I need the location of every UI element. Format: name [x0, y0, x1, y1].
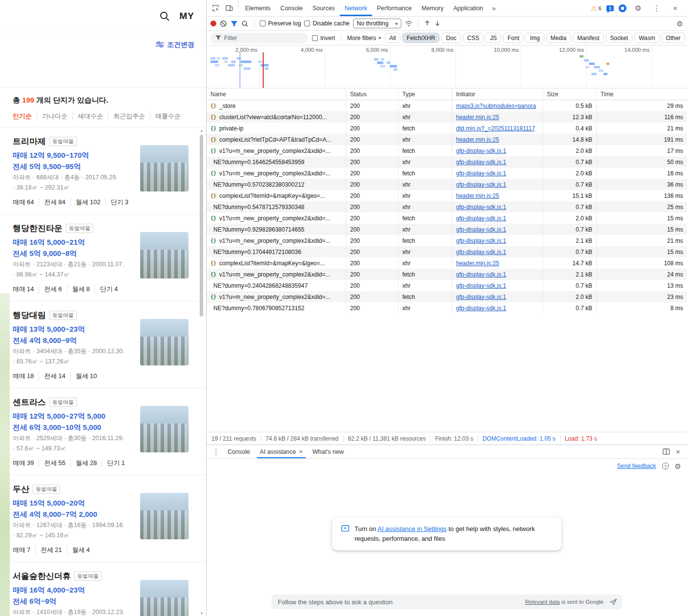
- column-header-time[interactable]: Time: [597, 88, 687, 100]
- request-initiator-link[interactable]: gfp-display-sdk.js:1: [456, 249, 506, 255]
- listing-badge[interactable]: 동별매물: [66, 224, 93, 233]
- export-har-icon[interactable]: [424, 20, 431, 27]
- network-request-row[interactable]: NE?dummy=0.170449172108036 200 xhr gfp-d…: [207, 246, 687, 257]
- settings-gear-icon[interactable]: ⚙: [631, 4, 645, 12]
- issues-icon[interactable]: 1: [606, 5, 614, 11]
- request-initiator-link[interactable]: gfp-display-sdk.js:1: [456, 237, 506, 244]
- import-har-icon[interactable]: [434, 20, 441, 27]
- condition-change-button[interactable]: 조건변경: [156, 41, 194, 49]
- request-initiator-link[interactable]: gfp-display-sdk.js:1: [456, 305, 506, 312]
- listing-card[interactable]: 서울숲한신더휴 동별매물 매매 16억 4,000~23억 전세 6억~9억 아…: [0, 562, 206, 616]
- network-overview-timeline[interactable]: 2,000 ms 4,000 ms 6,000 ms 8,000 ms: [207, 45, 687, 88]
- network-request-row[interactable]: NE?dummy=0.5478712579330348 200 xhr gfp-…: [207, 201, 687, 212]
- scrollbar-up-icon[interactable]: ▲: [199, 129, 204, 132]
- listing-card[interactable]: 행당대림 동별매물 매매 13억 5,000~23억 전세 4억 8,000~9…: [0, 301, 206, 388]
- request-initiator-link[interactable]: gfp-display-sdk.js:1: [456, 148, 506, 154]
- network-request-row[interactable]: {} complexList?itemId=&mapKey=&lgeo=... …: [207, 190, 687, 201]
- relevant-data-link[interactable]: Relevant data: [525, 599, 560, 605]
- listing-thumbnail[interactable]: [140, 493, 188, 539]
- request-initiator-link[interactable]: gfp-display-sdk.js:1: [456, 226, 506, 233]
- drawer-tab[interactable]: AI assistance ×: [255, 445, 308, 458]
- clear-network-log-icon[interactable]: [220, 20, 227, 27]
- drawer-tab[interactable]: Console ×: [223, 445, 255, 458]
- network-request-row[interactable]: {} v1?u=m_new_property_complex2&xdid=...…: [207, 168, 687, 179]
- listing-badge[interactable]: 동별매물: [49, 311, 77, 320]
- listing-card[interactable]: 행당한진타운 동별매물 매매 16억 5,000~21억 전세 5억 9,000…: [0, 214, 206, 301]
- network-request-row[interactable]: {} v1?u=m_new_property_complex2&xdid=...…: [207, 145, 687, 156]
- request-type-chip[interactable]: Font: [503, 33, 523, 43]
- request-name[interactable]: NE?dummy=0.9298286380714655: [213, 226, 304, 233]
- request-name[interactable]: complexList?rletTpCd=APT&tradTpCd=A...: [219, 136, 331, 143]
- request-name[interactable]: v1?u=m_new_property_complex2&xdid=...: [219, 271, 330, 278]
- request-initiator-link[interactable]: gfp-display-sdk.js:1: [456, 170, 506, 177]
- listing-badge[interactable]: 동별매물: [49, 137, 77, 146]
- request-initiator-link[interactable]: maps3.js?submodules=panora: [456, 103, 536, 109]
- record-network-log-icon[interactable]: [210, 21, 216, 26]
- more-tabs-icon[interactable]: »: [488, 0, 500, 16]
- request-type-chip[interactable]: Socket: [606, 33, 633, 43]
- request-initiator-link[interactable]: dtd.min.js?_=20251113181117: [456, 125, 535, 132]
- devtools-panel-tab[interactable]: Application: [448, 0, 488, 16]
- request-type-chip[interactable]: Fetch/XHR: [402, 33, 440, 43]
- request-name[interactable]: NE?dummy=0.170449172108036: [213, 249, 301, 255]
- network-request-row[interactable]: NE?dummy=0.9298286380714655 200 xhr gfp-…: [207, 224, 687, 235]
- list-scrollbar[interactable]: ▲ ▼: [199, 129, 204, 615]
- column-header-status[interactable]: Status: [346, 88, 398, 100]
- request-type-chip[interactable]: Wasm: [634, 33, 660, 43]
- network-request-row[interactable]: {} v1?u=m_new_property_complex2&xdid=...…: [207, 291, 687, 302]
- request-name[interactable]: NE?dummy=0.1646254558453959: [213, 159, 304, 166]
- listing-thumbnail[interactable]: [140, 406, 188, 452]
- request-name[interactable]: v1?u=m_new_property_complex2&xdid=...: [219, 170, 330, 177]
- network-request-row[interactable]: NE?dummy=0.24042868248835947 200 xhr gfp…: [207, 280, 687, 291]
- my-menu-link[interactable]: MY: [180, 11, 195, 21]
- request-name[interactable]: clusterList?view=atcl&cortarNo=112000...: [219, 114, 327, 121]
- device-toolbar-icon[interactable]: [222, 0, 236, 16]
- request-initiator-link[interactable]: gfp-display-sdk.js:1: [456, 215, 506, 222]
- disable-cache-checkbox[interactable]: Disable cache: [304, 20, 349, 27]
- listing-card[interactable]: 센트라스 동별매물 매매 12억 5,000~27억 5,000 전세 6억 3…: [0, 388, 206, 475]
- request-type-chip[interactable]: Manifest: [573, 33, 604, 43]
- split-panel-icon[interactable]: [663, 448, 670, 455]
- devtools-promo-icon[interactable]: [619, 4, 626, 12]
- listing-name[interactable]: 행당한진타운: [13, 223, 62, 234]
- help-icon[interactable]: ?: [662, 463, 669, 469]
- devtools-panel-tab[interactable]: Elements: [240, 0, 275, 16]
- request-initiator-link[interactable]: gfp-display-sdk.js:1: [456, 282, 506, 289]
- network-request-row[interactable]: {} complexList?itemId=&mapKey=&lgeo=... …: [207, 257, 687, 269]
- request-initiator-link[interactable]: header.min.js:25: [456, 260, 499, 267]
- column-header-type[interactable]: Type: [398, 88, 452, 100]
- scrollbar-down-icon[interactable]: ▼: [199, 612, 204, 615]
- column-header-name[interactable]: Name: [207, 88, 346, 100]
- listing-badge[interactable]: 동별매물: [33, 485, 60, 494]
- listing-thumbnail[interactable]: [140, 232, 188, 278]
- listing-thumbnail[interactable]: [140, 580, 188, 616]
- sort-tab[interactable]: 가나다순: [37, 112, 67, 121]
- request-name[interactable]: NE?dummy=0.24042868248835947: [213, 282, 308, 289]
- request-name[interactable]: NE?dummy=0.5702382380300212: [213, 181, 304, 188]
- close-tab-icon[interactable]: ×: [299, 448, 303, 455]
- request-initiator-link[interactable]: gfp-display-sdk.js:1: [456, 271, 506, 278]
- network-request-row[interactable]: {} v1?u=m_new_property_complex2&xdid=...…: [207, 235, 687, 246]
- devtools-panel-tab[interactable]: Network: [340, 0, 372, 16]
- network-request-row[interactable]: {} clusterList?view=atcl&cortarNo=112000…: [207, 111, 687, 123]
- listing-card[interactable]: 트리마제 동별매물 매매 12억 9,500~170억 전세 5억 9,500~…: [0, 127, 206, 214]
- scrollbar-thumb[interactable]: [200, 135, 203, 317]
- console-warnings-button[interactable]: ⚠ 6: [591, 5, 602, 12]
- request-name[interactable]: v1?u=m_new_property_complex2&xdid=...: [219, 148, 330, 154]
- request-type-chip[interactable]: JS: [485, 33, 501, 43]
- close-devtools-icon[interactable]: ×: [668, 4, 682, 12]
- request-name[interactable]: private-ip: [219, 125, 243, 132]
- request-type-chip[interactable]: Media: [546, 33, 571, 43]
- filter-input[interactable]: [224, 35, 303, 42]
- listing-card[interactable]: 두산 동별매물 매매 15억 5,000~20억 전세 4억 8,000~7억 …: [0, 475, 206, 562]
- inspect-element-icon[interactable]: [208, 0, 222, 16]
- sort-tab[interactable]: 세대수순: [72, 112, 103, 121]
- search-network-icon[interactable]: [241, 20, 249, 27]
- request-name[interactable]: complexList?itemId=&mapKey=&lgeo=...: [219, 192, 325, 199]
- network-request-row[interactable]: NE?dummy=0.1646254558453959 200 xhr gfp-…: [207, 156, 687, 168]
- devtools-panel-tab[interactable]: Memory: [416, 0, 448, 16]
- kebab-menu-icon[interactable]: ⋮: [650, 4, 664, 12]
- column-header-initiator[interactable]: Initiator: [452, 88, 543, 100]
- invert-checkbox[interactable]: Invert: [312, 35, 335, 42]
- listing-thumbnail[interactable]: [140, 145, 188, 191]
